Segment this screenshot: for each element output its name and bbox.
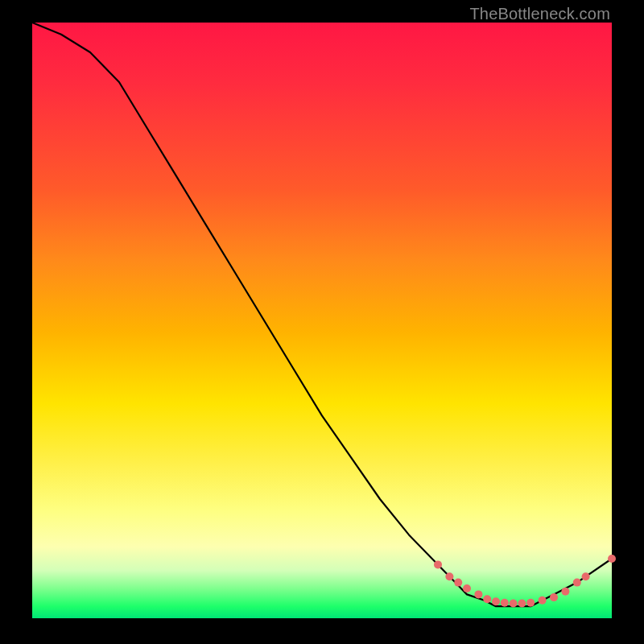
chart-frame: TheBottleneck.com <box>0 0 644 644</box>
marker-dot <box>463 584 471 592</box>
marker-dot <box>608 555 616 563</box>
marker-dot <box>510 600 518 608</box>
marker-dot <box>518 600 526 608</box>
marker-dot <box>434 560 442 568</box>
marker-dot <box>582 572 590 580</box>
marker-dot <box>483 595 491 603</box>
marker-dot <box>561 588 569 596</box>
marker-dot <box>492 597 500 605</box>
marker-dot <box>550 593 558 601</box>
marker-dot <box>474 590 482 598</box>
curve-layer <box>32 23 612 618</box>
plot-area <box>32 23 612 618</box>
watermark-text: TheBottleneck.com <box>469 5 610 23</box>
marker-dot <box>445 572 453 580</box>
marker-dot <box>501 599 509 607</box>
bottleneck-curve <box>32 23 612 606</box>
marker-dot <box>526 599 535 607</box>
marker-dot <box>454 579 462 587</box>
marker-dot <box>573 579 581 587</box>
curve-markers <box>434 555 616 608</box>
marker-dot <box>539 597 547 605</box>
